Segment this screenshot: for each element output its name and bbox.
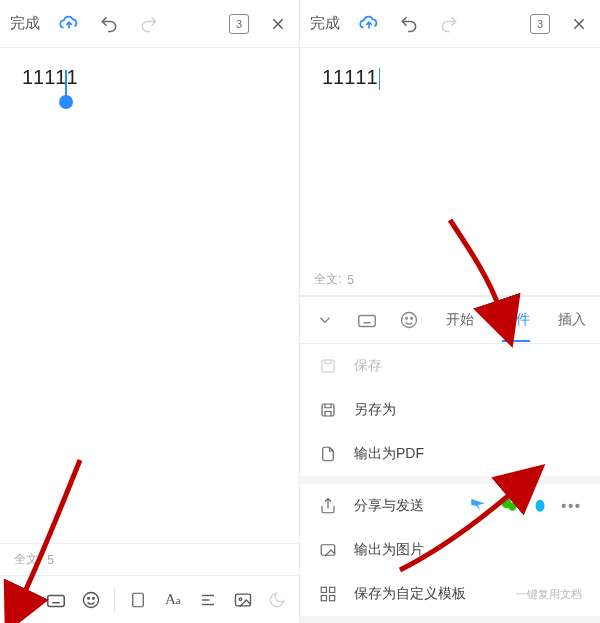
more-icon[interactable]: ••• xyxy=(561,498,582,514)
svg-rect-37 xyxy=(330,587,335,592)
svg-point-26 xyxy=(402,313,417,328)
caret-icon xyxy=(65,70,67,98)
tab-file[interactable]: 文件 xyxy=(502,299,530,341)
doc-text: 11111 xyxy=(322,66,378,88)
svg-point-34 xyxy=(536,499,545,511)
svg-rect-29 xyxy=(322,360,334,372)
face-icon[interactable] xyxy=(79,588,103,612)
moon-icon[interactable] xyxy=(265,588,289,612)
menu-save[interactable]: 保存 xyxy=(300,344,600,388)
svg-rect-7 xyxy=(48,595,65,606)
svg-point-28 xyxy=(411,318,413,320)
onekey-hint: 一键复用文档 xyxy=(516,587,582,602)
menu-separator xyxy=(300,476,600,484)
grid-icon[interactable] xyxy=(9,588,33,612)
qq-icon[interactable] xyxy=(531,496,549,517)
menu-separator xyxy=(300,616,600,623)
svg-rect-15 xyxy=(133,593,144,607)
topbar-left: 完成 3 xyxy=(0,0,299,48)
pdf-icon xyxy=(318,444,338,464)
document-body[interactable]: 11111 xyxy=(300,48,600,108)
document-body[interactable]: 11111 xyxy=(0,48,299,107)
svg-rect-6 xyxy=(23,601,29,607)
wordcount-bar: 全文: 5 xyxy=(300,264,600,296)
svg-rect-39 xyxy=(330,596,335,601)
menu-export-pdf[interactable]: 输出为PDF xyxy=(300,432,600,476)
page-count-badge[interactable]: 3 xyxy=(229,14,249,34)
cloud-sync-icon[interactable] xyxy=(58,13,80,35)
toolbar-divider xyxy=(114,588,115,612)
menu-label: 保存为自定义模板 xyxy=(354,585,500,603)
tool-tabbar: 开始 文件 插入 xyxy=(300,296,600,344)
doc-text: 11111 xyxy=(22,66,78,88)
wordcount-bar: 全文: 5 xyxy=(0,543,299,575)
wechat-icon[interactable] xyxy=(499,495,519,518)
svg-rect-4 xyxy=(23,592,29,598)
svg-rect-38 xyxy=(321,596,326,601)
image-icon[interactable] xyxy=(231,588,255,612)
save-icon xyxy=(318,356,338,376)
page-count-badge[interactable]: 3 xyxy=(530,14,550,34)
svg-point-13 xyxy=(88,597,90,599)
svg-rect-36 xyxy=(321,587,326,592)
svg-point-12 xyxy=(84,592,99,607)
svg-point-27 xyxy=(406,318,408,320)
svg-rect-3 xyxy=(14,592,20,598)
menu-label: 分享与发送 xyxy=(354,497,453,515)
close-icon[interactable] xyxy=(568,13,590,35)
share-icon xyxy=(318,496,338,516)
file-menu: 保存 另存为 输出为PDF 分享与发送 ••• xyxy=(300,344,600,623)
undo-icon[interactable] xyxy=(398,13,420,35)
page-icon[interactable] xyxy=(126,588,150,612)
align-icon[interactable] xyxy=(196,588,220,612)
save-as-icon xyxy=(318,400,338,420)
font-icon[interactable]: Aa xyxy=(161,588,185,612)
wordcount-label: 全文: xyxy=(14,551,41,568)
chevron-down-icon[interactable] xyxy=(314,309,336,331)
redo-icon[interactable] xyxy=(438,13,460,35)
done-button[interactable]: 完成 xyxy=(10,14,40,33)
keyboard-icon[interactable] xyxy=(44,588,68,612)
menu-share[interactable]: 分享与发送 ••• xyxy=(300,484,600,528)
menu-label: 另存为 xyxy=(354,401,582,419)
cloud-sync-icon[interactable] xyxy=(358,13,380,35)
menu-label: 保存 xyxy=(354,357,582,375)
redo-icon[interactable] xyxy=(138,13,160,35)
text-caret xyxy=(379,68,381,90)
menu-label: 输出为PDF xyxy=(354,445,582,463)
svg-point-33 xyxy=(508,502,516,510)
menu-save-template[interactable]: 保存为自定义模板 一键复用文档 xyxy=(300,572,600,616)
menu-label: 输出为图片 xyxy=(354,541,582,559)
done-button[interactable]: 完成 xyxy=(310,14,340,33)
svg-point-20 xyxy=(239,597,242,600)
svg-rect-24 xyxy=(359,315,376,326)
dingtalk-icon[interactable] xyxy=(469,496,487,517)
tab-insert[interactable]: 插入 xyxy=(558,299,586,341)
menu-save-as[interactable]: 另存为 xyxy=(300,388,600,432)
svg-rect-5 xyxy=(14,601,20,607)
close-icon[interactable] xyxy=(267,13,289,35)
undo-icon[interactable] xyxy=(98,13,120,35)
face-icon[interactable] xyxy=(398,309,420,331)
wordcount-value: 5 xyxy=(347,273,354,287)
tab-start[interactable]: 开始 xyxy=(446,299,474,341)
svg-rect-30 xyxy=(322,404,334,416)
bottom-toolbar: Aa xyxy=(0,575,299,623)
topbar-right: 完成 3 xyxy=(300,0,600,48)
svg-point-14 xyxy=(93,597,95,599)
caret-handle-icon[interactable] xyxy=(59,95,73,109)
image-icon xyxy=(318,540,338,560)
wordcount-value: 5 xyxy=(47,553,54,567)
wordcount-label: 全文: xyxy=(314,271,341,288)
template-icon xyxy=(318,584,338,604)
keyboard-icon[interactable] xyxy=(356,309,378,331)
menu-export-image[interactable]: 输出为图片 xyxy=(300,528,600,572)
